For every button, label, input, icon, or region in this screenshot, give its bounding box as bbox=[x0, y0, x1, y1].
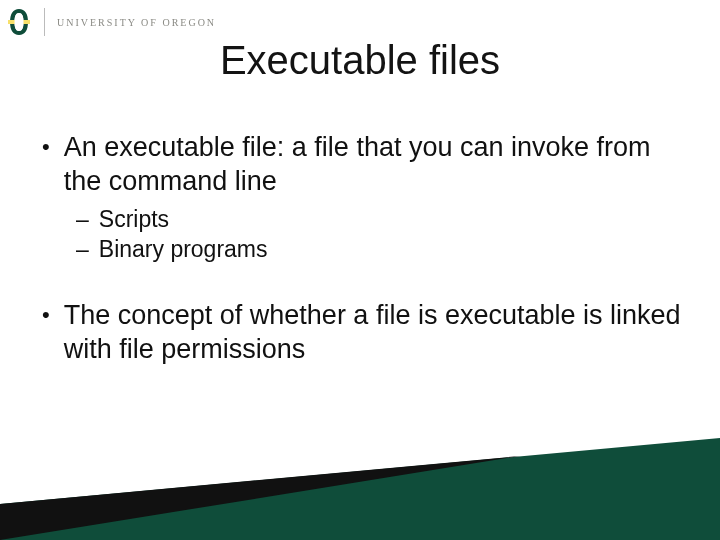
header: UNIVERSITY OF OREGON bbox=[6, 6, 216, 38]
footer-decoration bbox=[0, 420, 720, 540]
header-divider bbox=[44, 8, 45, 36]
bullet-item: • The concept of whether a file is execu… bbox=[42, 298, 690, 366]
bullet-dash-icon: – bbox=[76, 204, 89, 234]
university-name: UNIVERSITY OF OREGON bbox=[57, 17, 216, 28]
bullet-text: The concept of whether a file is executa… bbox=[64, 298, 690, 366]
slide-title: Executable files bbox=[0, 38, 720, 83]
sub-bullet-text: Binary programs bbox=[99, 234, 268, 264]
bullet-dot-icon: • bbox=[42, 130, 50, 164]
svg-marker-2 bbox=[0, 438, 720, 540]
slide: UNIVERSITY OF OREGON Executable files • … bbox=[0, 0, 720, 540]
bullet-dash-icon: – bbox=[76, 234, 89, 264]
bullet-item: • An executable file: a file that you ca… bbox=[42, 130, 690, 198]
bullet-dot-icon: • bbox=[42, 298, 50, 332]
bullet-text: An executable file: a file that you can … bbox=[64, 130, 690, 198]
sub-bullet-text: Scripts bbox=[99, 204, 169, 234]
sub-bullet-item: – Scripts bbox=[76, 204, 690, 234]
oregon-logo-icon bbox=[6, 6, 32, 38]
sub-bullet-item: – Binary programs bbox=[76, 234, 690, 264]
slide-body: • An executable file: a file that you ca… bbox=[42, 130, 690, 372]
svg-marker-3 bbox=[0, 456, 520, 540]
